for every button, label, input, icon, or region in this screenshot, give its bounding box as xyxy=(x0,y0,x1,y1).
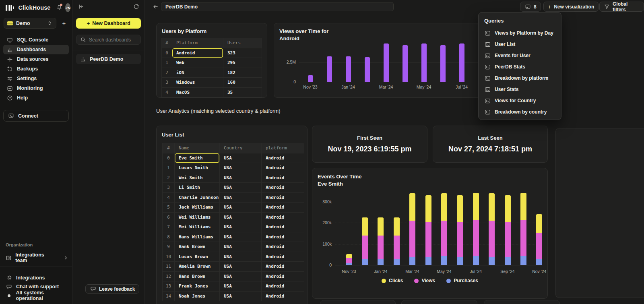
sidebar-item-integrations[interactable]: Integrations xyxy=(6,273,69,282)
table-cell[interactable]: 295 xyxy=(223,58,262,68)
query-item-breakdown-by-country[interactable]: Breakdown by country xyxy=(484,106,555,118)
sidebar-item-integrations-team[interactable]: Integrations team xyxy=(6,252,69,263)
row-index: 4 xyxy=(163,193,175,203)
table-cell[interactable]: Lucas Brown xyxy=(175,252,220,262)
table-cell[interactable]: Android xyxy=(262,193,304,203)
table-cell[interactable]: Wei Williams xyxy=(175,213,220,223)
table-cell[interactable]: Android xyxy=(262,163,304,173)
table-cell[interactable]: USA xyxy=(220,222,262,232)
dashboard-list-item[interactable]: PeerDB Demo xyxy=(76,54,141,64)
table-cell[interactable]: Amelia Brown xyxy=(175,262,220,272)
sidebar-item-help[interactable]: Help xyxy=(3,93,69,103)
table-cell[interactable]: USA xyxy=(220,213,262,223)
dashboards-panel: + New Dashboard PeerDB Demo Leave feedba… xyxy=(72,0,145,304)
table-cell[interactable]: MacOS xyxy=(172,88,223,98)
bar-segment-purchases xyxy=(346,263,352,265)
table-cell[interactable]: 323 xyxy=(223,48,262,58)
table-cell[interactable]: USA xyxy=(220,193,262,203)
dashboard-title-input[interactable] xyxy=(161,2,394,11)
table-cell[interactable]: Android xyxy=(262,281,304,292)
table-cell[interactable]: USA xyxy=(220,163,262,173)
sidebar-item-backups[interactable]: Backups xyxy=(3,64,69,74)
global-filters-button[interactable]: Global filters xyxy=(599,2,644,12)
table-cell[interactable]: Hank Brown xyxy=(175,242,220,252)
sidebar-item-dashboards[interactable]: Dashboards xyxy=(3,45,69,54)
table-cell[interactable]: Android xyxy=(262,173,304,183)
query-item-views-by-platform-by-day[interactable]: Views by Platform by Day xyxy=(484,27,555,39)
back-button[interactable] xyxy=(152,3,159,10)
query-item-peerdb-stats[interactable]: PeerDB Stats xyxy=(484,61,555,72)
query-item-user-stats[interactable]: User Stats xyxy=(484,84,555,95)
query-item-views-for-country[interactable]: Views for Country xyxy=(484,95,555,106)
sidebar-item-data-sources[interactable]: Data sources xyxy=(3,54,69,64)
table-cell[interactable]: USA xyxy=(220,262,262,272)
table-cell[interactable]: Eve Smith xyxy=(175,153,220,163)
table-cell[interactable]: Android xyxy=(262,252,304,262)
connect-button[interactable]: Connect xyxy=(3,110,69,122)
table-cell[interactable]: USA xyxy=(220,203,262,213)
table-cell[interactable]: 182 xyxy=(223,68,262,78)
column-header: Name xyxy=(175,143,220,153)
avatar[interactable]: ZN xyxy=(65,3,70,12)
query-item-user-list[interactable]: User List xyxy=(484,39,555,50)
table-cell[interactable]: Hans Brown xyxy=(175,272,220,282)
table-cell[interactable]: Android xyxy=(172,48,223,58)
table-cell[interactable]: Noah Jones xyxy=(175,292,220,302)
table-cell[interactable]: Android xyxy=(262,213,304,223)
table-cell[interactable]: Hans Williams xyxy=(175,232,220,242)
table-cell[interactable]: USA xyxy=(220,153,262,163)
table-cell[interactable]: Android xyxy=(262,262,304,272)
visualization-count-button[interactable]: 8 xyxy=(520,2,541,12)
table-cell[interactable]: Li Smith xyxy=(175,183,220,193)
refresh-icon[interactable] xyxy=(133,3,139,10)
query-item-breakdown-by-platform[interactable]: Breakdown by platform xyxy=(484,72,555,84)
table-cell[interactable]: Mei Williams xyxy=(175,222,220,232)
legend-item-purchases: Purchases xyxy=(446,278,478,283)
table-cell[interactable]: Android xyxy=(262,203,304,213)
sidebar-item-all-systems-operational[interactable]: All systems operational xyxy=(6,291,69,300)
table-cell[interactable]: Charlie Johnson xyxy=(175,193,220,203)
column-header: # xyxy=(163,143,175,153)
table-cell[interactable]: USA xyxy=(220,232,262,242)
table-cell[interactable]: USA xyxy=(220,252,262,262)
select-updown-icon xyxy=(46,20,53,27)
table-cell[interactable]: Jack Williams xyxy=(175,203,220,213)
table-cell[interactable]: USA xyxy=(220,183,262,193)
collapse-panel-icon[interactable] xyxy=(78,3,84,10)
table-cell[interactable]: Android xyxy=(262,153,304,163)
sidebar-item-sql-console[interactable]: SQL Console xyxy=(3,35,69,45)
query-item-events-for-user[interactable]: Events for User xyxy=(484,50,555,61)
sidebar-item-label: SQL Console xyxy=(17,37,48,43)
new-dashboard-button[interactable]: + New Dashboard xyxy=(76,18,141,29)
terminal-icon xyxy=(484,52,491,59)
table-cell[interactable]: Android xyxy=(262,272,304,282)
terminal-icon xyxy=(484,64,491,70)
table-cell[interactable]: Web xyxy=(172,58,223,68)
table-cell[interactable]: Android xyxy=(262,183,304,193)
notifications-button[interactable] xyxy=(56,4,62,11)
sidebar-item-label: Dashboards xyxy=(17,47,46,52)
table-cell[interactable]: USA xyxy=(220,292,262,302)
table-cell[interactable]: Wei Smith xyxy=(175,173,220,183)
table-cell[interactable]: 35 xyxy=(223,88,262,98)
table-cell[interactable]: Android xyxy=(262,222,304,232)
table-cell[interactable]: Android xyxy=(262,232,304,242)
table-cell[interactable]: Lucas Smith xyxy=(175,163,220,173)
table-cell[interactable]: USA xyxy=(220,173,262,183)
sidebar-item-monitoring[interactable]: Monitoring xyxy=(3,83,69,93)
table-cell[interactable]: iOS xyxy=(172,68,223,78)
table-cell[interactable]: Android xyxy=(262,292,304,302)
leave-feedback-button[interactable]: Leave feedback xyxy=(85,284,139,294)
search-input[interactable] xyxy=(89,37,137,43)
table-cell[interactable]: USA xyxy=(220,242,262,252)
table-cell[interactable]: Windows xyxy=(172,78,223,88)
table-cell[interactable]: Frank Jones xyxy=(175,281,220,292)
table-cell[interactable]: USA xyxy=(220,272,262,282)
new-visualization-button[interactable]: + New visualization xyxy=(543,2,599,12)
table-cell[interactable]: 160 xyxy=(223,78,262,88)
add-workspace-button[interactable]: + xyxy=(60,20,68,27)
workspace-selector[interactable]: Demo xyxy=(4,18,56,29)
table-cell[interactable]: USA xyxy=(220,281,262,292)
table-cell[interactable]: Android xyxy=(262,242,304,252)
sidebar-item-settings[interactable]: Settings xyxy=(3,74,69,83)
